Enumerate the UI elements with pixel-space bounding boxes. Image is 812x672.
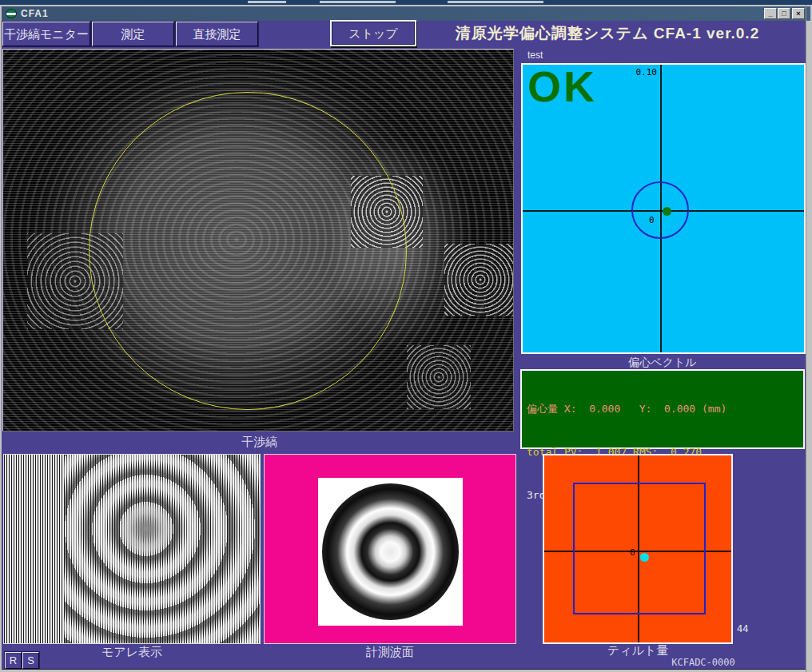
background-window-strip: [0, 0, 812, 5]
tilt-side-value: 44: [737, 623, 761, 634]
direct-measure-button[interactable]: 直接測定: [176, 22, 258, 46]
interferogram-display: [2, 49, 514, 431]
wavefront-display: [264, 454, 516, 644]
close-button[interactable]: ×: [792, 8, 805, 19]
window-title: CFA1: [21, 8, 49, 19]
app-title: 清原光学偏心調整システム CFA-1 ver.0.2: [416, 21, 799, 46]
screen: CFA1 _ □ × 干渉縞モニター 測定 直接測定 ストップ 清原光学偏心調整…: [0, 0, 812, 672]
r-button[interactable]: R: [5, 652, 22, 669]
tilt-tolerance-square: [573, 483, 706, 614]
background-window-text-fragment: [448, 1, 543, 3]
tilt-caption: ティルト量: [543, 642, 733, 658]
tilt-graph: 0: [543, 454, 733, 644]
moire-display: [3, 454, 261, 644]
vector-panel-caption: 偏心ベクトル: [519, 354, 806, 370]
interferogram-monitor-button[interactable]: 干渉縞モニター: [2, 22, 90, 46]
measurement-results-panel: 偏心量 X: 0.000 Y: 0.000 (mm) total PV: 1.0…: [520, 369, 805, 449]
window-border-right: [806, 5, 806, 672]
result-line-eccentricity: 偏心量 X: 0.000 Y: 0.000 (mm): [527, 402, 798, 416]
tilt-origin-label: 0: [630, 547, 635, 558]
wavefront-fringe-rings: [322, 483, 459, 620]
vector-tolerance-circle: [631, 181, 689, 239]
background-window-text-fragment: [320, 1, 396, 3]
measure-button[interactable]: 測定: [92, 22, 174, 46]
aperture-circle-overlay: [89, 92, 407, 410]
moire-caption: モアレ表示: [3, 644, 261, 660]
vector-scale-label: 0.10: [617, 67, 657, 78]
vector-origin-label: 0: [649, 215, 655, 225]
tilt-data-point: [640, 553, 649, 562]
wavefront-image-box: [318, 478, 463, 626]
wavefront-caption: 計測波面: [264, 644, 516, 660]
status-ok-text: OK: [527, 65, 597, 108]
s-button[interactable]: S: [22, 652, 39, 669]
interferogram-caption: 干渉縞: [2, 431, 517, 452]
eccentricity-vector-graph: 0.10 0 OK: [521, 63, 806, 354]
vector-data-point: [663, 207, 671, 216]
window-titlebar[interactable]: CFA1 _ □ ×: [2, 6, 810, 21]
app-icon: [6, 9, 17, 18]
background-window-text-fragment: [248, 1, 286, 3]
device-id-label: KCFADC-0000: [631, 657, 775, 668]
vector-panel-header: test: [527, 50, 687, 62]
window-border-bottom: [2, 669, 806, 670]
maximize-button[interactable]: □: [778, 8, 790, 19]
minimize-button[interactable]: _: [764, 8, 777, 19]
stop-button[interactable]: ストップ: [330, 20, 416, 46]
